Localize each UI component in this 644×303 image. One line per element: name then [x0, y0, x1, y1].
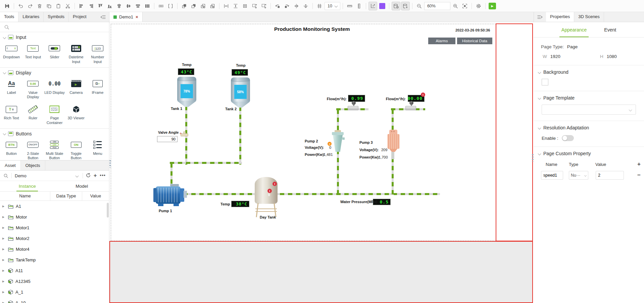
flow2-label[interactable]: Flow(m³/h): [382, 97, 406, 101]
flow1-label[interactable]: Flow(m³/h): [323, 97, 347, 101]
selected-element-outline-right[interactable] [496, 23, 533, 241]
widget-2-state-button[interactable]: ON/OFF2-State Button [22, 140, 44, 161]
horizontal-ruler-button[interactable] [345, 2, 354, 10]
align-right-button[interactable] [87, 2, 95, 10]
widget-led-display[interactable]: 0.00LED Display [44, 79, 65, 100]
resize-button[interactable] [241, 2, 249, 10]
section-display-header[interactable]: Display [0, 68, 109, 77]
pipe-drop-to-pump1[interactable] [170, 163, 173, 187]
pump2-error-badge[interactable]: × [328, 142, 332, 146]
tank1-temp-display[interactable]: 43°C [178, 68, 194, 75]
close-tab-icon[interactable]: × [136, 14, 138, 19]
horizontal-spacing-button[interactable] [222, 2, 231, 10]
pump3-power-value[interactable]: 1,700 [379, 155, 388, 159]
panel-resize-handle-right[interactable] [532, 154, 534, 162]
rotate-left-button[interactable] [273, 2, 282, 10]
tree-row-a_1[interactable]: ▶A_1 [0, 287, 109, 297]
tab-event[interactable]: Event [604, 27, 616, 33]
run-preview-button[interactable]: ▶ [488, 2, 497, 10]
tree-row-motor1[interactable]: ▶Motor1 [0, 222, 109, 233]
page-height-field[interactable]: H1080 [600, 54, 617, 59]
pump3-power-label[interactable]: Power(Kw): [359, 155, 380, 159]
align-left-button[interactable] [77, 2, 86, 10]
settings-gear-icon[interactable] [474, 2, 483, 10]
send-to-back-button[interactable] [189, 2, 198, 10]
flow2-alert-badge[interactable]: ! [421, 93, 425, 97]
day-tank-alert-badge1[interactable]: ! [273, 182, 277, 186]
widget-rich-text[interactable]: T≡Rich Text [1, 104, 22, 125]
tab-appearance[interactable]: Appearance [561, 22, 587, 37]
delete-anchor-button[interactable] [259, 2, 268, 10]
scrollbar-thumb[interactable] [107, 203, 109, 218]
tank1-temp-label[interactable]: Temp [177, 63, 196, 67]
expand-caret-icon[interactable]: ▶ [2, 205, 6, 208]
pump3-voltage-label[interactable]: Voltage(V): [359, 148, 379, 152]
widget-page-container[interactable]: Page Container [44, 104, 65, 125]
background-color-swatch[interactable] [542, 79, 548, 85]
day-tank-temp-display[interactable]: 38°C [231, 201, 249, 207]
section-buttons-header[interactable]: Buttons [0, 129, 109, 138]
expand-caret-icon[interactable]: ▶ [2, 291, 6, 294]
vertical-spacing-button[interactable] [231, 2, 240, 10]
vertical-ruler-button[interactable] [355, 2, 363, 10]
background-section-header[interactable]: Background [534, 65, 644, 75]
align-bottom-button[interactable] [105, 2, 114, 10]
day-tank-temp-label[interactable]: Temp [220, 202, 230, 206]
save-button[interactable] [3, 2, 11, 10]
tab-objects[interactable]: Objects [21, 161, 45, 170]
widget-button[interactable]: BTNButton [1, 140, 22, 161]
redo-button[interactable] [26, 2, 35, 10]
zoom-level-input[interactable] [424, 2, 450, 10]
tank2-temp-label[interactable]: Temp [231, 63, 250, 67]
tree-row-a12345[interactable]: ▶A12345 [0, 276, 109, 287]
tree-row-a11[interactable]: ▶A11 [0, 265, 109, 276]
bring-to-front-button[interactable] [180, 2, 189, 10]
same-width-button[interactable] [157, 2, 165, 10]
add-property-button[interactable]: + [637, 161, 641, 168]
pump3-graphic[interactable] [387, 134, 399, 149]
pump2-voltage-label[interactable]: Voltage(V): [305, 145, 324, 149]
tank2-graphic[interactable]: 58% [231, 77, 250, 102]
cut-button[interactable] [63, 2, 72, 10]
valve-angle-label[interactable]: Valve Angle [158, 130, 179, 134]
datetime-display[interactable]: 2022-03-26 09:50:36 [455, 28, 490, 32]
tree-row-motor[interactable]: ▶Motor [0, 211, 109, 222]
pump2-voltage-value[interactable]: 0 [329, 145, 331, 149]
grid-toggle-button[interactable] [315, 2, 324, 10]
widget-value-display[interactable]: 0.00Value Display [22, 79, 44, 100]
more-options-icon[interactable]: ••• [100, 175, 106, 177]
historical-data-button[interactable]: Historical Data [457, 38, 492, 44]
page-template-section-header[interactable]: Page Template [534, 91, 644, 101]
remove-property-button[interactable]: − [637, 172, 641, 179]
distribute-horizontal-button[interactable] [143, 2, 152, 10]
panel-resize-handle-left[interactable] [109, 160, 111, 168]
enable-toggle[interactable] [562, 135, 574, 141]
zoom-out-button[interactable] [415, 2, 424, 10]
pump3-voltage-value[interactable]: 209 [381, 148, 387, 152]
fit-screen-button[interactable] [460, 2, 469, 10]
tab-properties[interactable]: Properties [546, 12, 574, 22]
section-input-header[interactable]: Input [0, 32, 109, 42]
expand-caret-icon[interactable]: ▶ [2, 280, 6, 283]
add-anchor-button[interactable] [250, 2, 259, 10]
property-type-select[interactable]: Nu··· [569, 171, 588, 180]
widget-iframe[interactable]: ⧉+IFrame [87, 79, 108, 100]
widget-menu[interactable]: Menu [87, 140, 108, 161]
widget-text-input[interactable]: TextText Input [22, 43, 44, 64]
tree-row-motor2[interactable]: ▶Motor2 [0, 233, 109, 244]
document-tab-demo1[interactable]: Demo1 × [109, 12, 143, 22]
day-tank-graphic[interactable] [255, 177, 278, 204]
tab-asset[interactable]: Asset [0, 161, 21, 170]
tab-3d-scenes[interactable]: 3D Scenes [574, 12, 604, 22]
expand-caret-icon[interactable]: ▶ [2, 237, 6, 240]
delete-button[interactable] [35, 2, 44, 10]
flip-vertical-button[interactable] [301, 2, 310, 10]
pump2-power-value[interactable]: 1,481 [324, 153, 333, 157]
pump1-graphic[interactable] [156, 186, 181, 204]
tree-row-motor4[interactable]: ▶Motor4 [0, 244, 109, 254]
pipe-merge-horizontal[interactable] [170, 161, 242, 165]
selected-element-outline-bottom[interactable] [109, 241, 533, 303]
widget-datetime-input[interactable]: Datetime Input [65, 43, 87, 64]
day-tank-alert-badge2[interactable]: ! [267, 189, 272, 193]
flow-meter2-graphic[interactable] [405, 106, 416, 110]
